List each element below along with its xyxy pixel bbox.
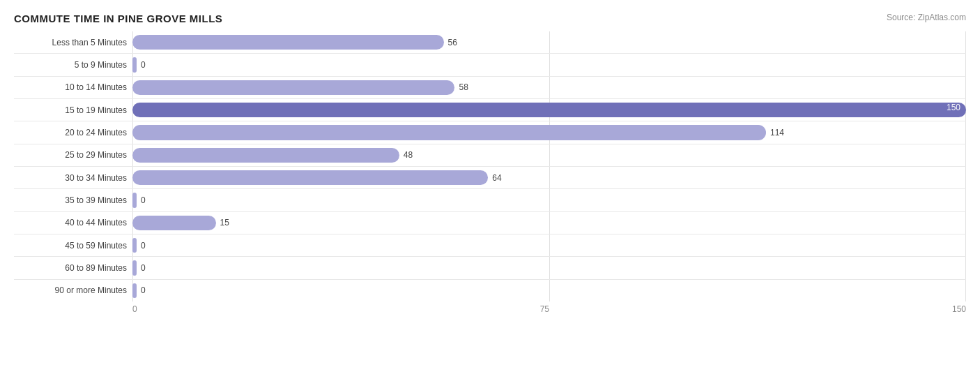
bar-track: 0 <box>132 280 966 301</box>
bar-fill <box>132 238 137 253</box>
bar-label: 35 to 39 Minutes <box>14 195 132 205</box>
bar-fill <box>132 148 399 163</box>
bar-track: 48 <box>132 144 966 166</box>
bar-value: 58 <box>459 82 468 92</box>
bar-value: 0 <box>141 195 146 205</box>
bar-track: 0 <box>132 234 966 256</box>
bar-value: 0 <box>141 60 146 70</box>
bar-row: 60 to 89 Minutes0 <box>14 257 966 279</box>
bar-track: 64 <box>132 167 966 188</box>
bar-row: 30 to 34 Minutes64 <box>14 167 966 189</box>
bar-label: 10 to 14 Minutes <box>14 82 132 92</box>
bar-value: 48 <box>404 150 413 160</box>
bar-fill <box>132 57 137 72</box>
bar-track: 15 <box>132 212 966 234</box>
bar-track: 150 <box>132 99 966 121</box>
bar-label: 20 to 24 Minutes <box>14 128 132 137</box>
bar-fill <box>132 80 454 95</box>
bar-track: 0 <box>132 189 966 211</box>
bar-row: 15 to 19 Minutes150 <box>14 99 966 121</box>
bar-row: 25 to 29 Minutes48 <box>14 144 966 167</box>
bar-label: 15 to 19 Minutes <box>14 105 132 115</box>
bar-value: 64 <box>492 173 501 183</box>
bar-row: Less than 5 Minutes56 <box>14 31 966 54</box>
x-label-0: 0 <box>132 304 137 314</box>
bar-fill <box>132 125 766 140</box>
bar-label: 40 to 44 Minutes <box>14 218 132 228</box>
bar-value: 114 <box>770 128 784 137</box>
bar-label: 5 to 9 Minutes <box>14 60 132 70</box>
bar-fill <box>132 260 137 275</box>
x-label-150: 150 <box>952 304 966 314</box>
bar-label: 25 to 29 Minutes <box>14 150 132 160</box>
bar-value: 15 <box>220 218 229 228</box>
bar-label: 60 to 89 Minutes <box>14 263 132 273</box>
bar-fill <box>132 170 488 185</box>
bar-value: 56 <box>448 38 457 47</box>
bar-row: 40 to 44 Minutes15 <box>14 212 966 234</box>
bar-track: 114 <box>132 121 966 143</box>
chart-area: Less than 5 Minutes565 to 9 Minutes010 t… <box>14 31 966 321</box>
bar-fill: 150 <box>132 103 966 117</box>
bar-label: 45 to 59 Minutes <box>14 241 132 251</box>
bar-track: 0 <box>132 54 966 75</box>
bar-fill <box>132 35 444 50</box>
bar-fill <box>132 193 137 207</box>
bar-row: 35 to 39 Minutes0 <box>14 189 966 211</box>
bar-row: 20 to 24 Minutes114 <box>14 121 966 144</box>
bar-fill <box>132 283 137 298</box>
chart-container: COMMUTE TIME IN PINE GROVE MILLS Source:… <box>0 0 980 365</box>
bar-row: 5 to 9 Minutes0 <box>14 54 966 76</box>
bar-value: 0 <box>141 241 146 251</box>
source-text: Source: ZipAtlas.com <box>887 13 966 22</box>
x-label-75: 75 <box>540 304 549 314</box>
bar-track: 0 <box>132 257 966 278</box>
bar-label: 90 or more Minutes <box>14 285 132 295</box>
bar-value: 0 <box>141 263 146 273</box>
bar-row: 45 to 59 Minutes0 <box>14 234 966 257</box>
bar-label: Less than 5 Minutes <box>14 38 132 47</box>
bar-track: 58 <box>132 77 966 98</box>
bar-track: 56 <box>132 31 966 53</box>
bars-area: Less than 5 Minutes565 to 9 Minutes010 t… <box>14 31 966 301</box>
bar-label: 30 to 34 Minutes <box>14 173 132 183</box>
bar-row: 90 or more Minutes0 <box>14 280 966 301</box>
bar-row: 10 to 14 Minutes58 <box>14 77 966 99</box>
x-axis: 0 75 150 <box>132 304 966 321</box>
chart-title: COMMUTE TIME IN PINE GROVE MILLS <box>14 13 966 24</box>
bar-fill <box>132 216 216 230</box>
bar-value: 0 <box>141 285 146 295</box>
